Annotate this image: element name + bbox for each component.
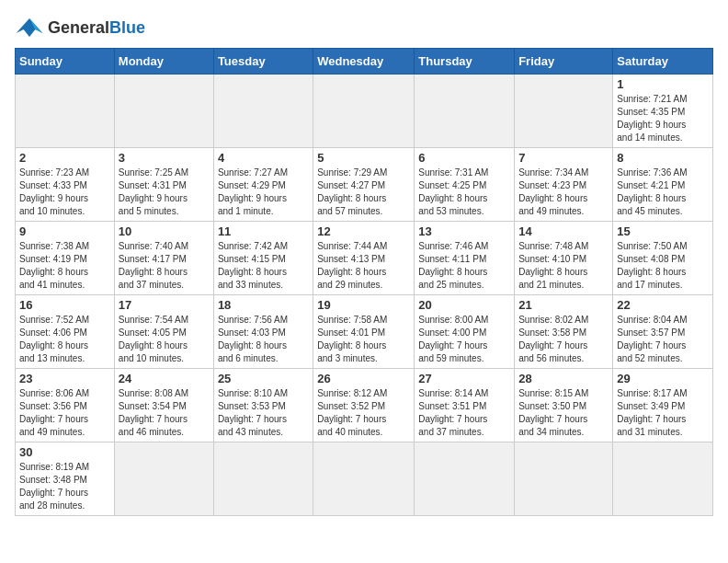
calendar-cell: 18Sunrise: 7:56 AM Sunset: 4:03 PM Dayli… [213, 295, 313, 369]
calendar-cell [114, 75, 213, 148]
calendar-cell: 29Sunrise: 8:17 AM Sunset: 3:49 PM Dayli… [613, 369, 713, 442]
calendar-cell: 9Sunrise: 7:38 AM Sunset: 4:19 PM Daylig… [16, 222, 115, 295]
calendar-cell: 24Sunrise: 8:08 AM Sunset: 3:54 PM Dayli… [114, 369, 213, 442]
calendar-cell: 5Sunrise: 7:29 AM Sunset: 4:27 PM Daylig… [313, 148, 415, 222]
calendar-cell [114, 442, 213, 516]
day-info: Sunrise: 7:50 AM Sunset: 4:08 PM Dayligh… [617, 240, 709, 292]
calendar-cell [415, 442, 515, 516]
day-info: Sunrise: 7:23 AM Sunset: 4:33 PM Dayligh… [19, 167, 110, 218]
calendar-cell [415, 75, 515, 148]
day-number: 5 [317, 151, 410, 165]
day-number: 17 [119, 298, 210, 312]
day-info: Sunrise: 8:12 AM Sunset: 3:52 PM Dayligh… [317, 387, 410, 439]
day-number: 15 [617, 224, 709, 238]
day-number: 20 [418, 298, 510, 312]
day-number: 25 [218, 372, 309, 385]
day-info: Sunrise: 7:34 AM Sunset: 4:23 PM Dayligh… [518, 167, 609, 218]
logo-icon [15, 15, 44, 40]
day-header-saturday: Saturday [613, 49, 713, 75]
day-number: 1 [617, 77, 709, 91]
day-info: Sunrise: 8:04 AM Sunset: 3:57 PM Dayligh… [617, 314, 709, 365]
day-number: 29 [617, 372, 709, 385]
day-info: Sunrise: 8:08 AM Sunset: 3:54 PM Dayligh… [119, 387, 210, 439]
calendar-cell: 16Sunrise: 7:52 AM Sunset: 4:06 PM Dayli… [16, 295, 115, 369]
day-number: 19 [317, 298, 410, 312]
day-number: 30 [19, 445, 110, 459]
calendar-table: SundayMondayTuesdayWednesdayThursdayFrid… [15, 48, 713, 516]
day-number: 22 [617, 298, 709, 312]
day-info: Sunrise: 8:02 AM Sunset: 3:58 PM Dayligh… [518, 314, 609, 365]
logo-text: GeneralBlue [48, 18, 145, 38]
day-number: 7 [518, 151, 609, 165]
day-info: Sunrise: 7:56 AM Sunset: 4:03 PM Dayligh… [218, 314, 309, 365]
day-number: 26 [317, 372, 410, 385]
svg-marker-0 [17, 18, 43, 37]
day-number: 3 [119, 151, 210, 165]
calendar-cell: 6Sunrise: 7:31 AM Sunset: 4:25 PM Daylig… [415, 148, 515, 222]
day-info: Sunrise: 7:29 AM Sunset: 4:27 PM Dayligh… [317, 167, 410, 218]
calendar-cell: 23Sunrise: 8:06 AM Sunset: 3:56 PM Dayli… [16, 369, 115, 442]
days-header-row: SundayMondayTuesdayWednesdayThursdayFrid… [16, 49, 713, 75]
calendar-cell: 3Sunrise: 7:25 AM Sunset: 4:31 PM Daylig… [114, 148, 213, 222]
week-row-1: 2Sunrise: 7:23 AM Sunset: 4:33 PM Daylig… [16, 148, 713, 222]
day-info: Sunrise: 7:40 AM Sunset: 4:17 PM Dayligh… [119, 240, 210, 292]
calendar-cell: 2Sunrise: 7:23 AM Sunset: 4:33 PM Daylig… [16, 148, 115, 222]
day-info: Sunrise: 8:19 AM Sunset: 3:48 PM Dayligh… [19, 461, 110, 512]
calendar-cell: 7Sunrise: 7:34 AM Sunset: 4:23 PM Daylig… [515, 148, 613, 222]
calendar-cell: 28Sunrise: 8:15 AM Sunset: 3:50 PM Dayli… [515, 369, 613, 442]
calendar-cell [613, 442, 713, 516]
day-info: Sunrise: 8:10 AM Sunset: 3:53 PM Dayligh… [218, 387, 309, 439]
day-info: Sunrise: 7:54 AM Sunset: 4:05 PM Dayligh… [119, 314, 210, 365]
page-container: GeneralBlue SundayMondayTuesdayWednesday… [15, 15, 713, 516]
calendar-cell: 8Sunrise: 7:36 AM Sunset: 4:21 PM Daylig… [613, 148, 713, 222]
day-header-tuesday: Tuesday [213, 49, 313, 75]
day-number: 27 [418, 372, 510, 385]
day-header-monday: Monday [114, 49, 213, 75]
calendar-cell: 25Sunrise: 8:10 AM Sunset: 3:53 PM Dayli… [213, 369, 313, 442]
day-number: 23 [19, 372, 110, 385]
calendar-cell [213, 75, 313, 148]
day-info: Sunrise: 7:46 AM Sunset: 4:11 PM Dayligh… [418, 240, 510, 292]
day-info: Sunrise: 7:21 AM Sunset: 4:35 PM Dayligh… [617, 93, 709, 144]
day-info: Sunrise: 8:14 AM Sunset: 3:51 PM Dayligh… [418, 387, 510, 439]
day-info: Sunrise: 8:15 AM Sunset: 3:50 PM Dayligh… [518, 387, 609, 439]
day-number: 13 [418, 224, 510, 238]
calendar-cell: 17Sunrise: 7:54 AM Sunset: 4:05 PM Dayli… [114, 295, 213, 369]
header: GeneralBlue [15, 15, 713, 40]
day-info: Sunrise: 7:38 AM Sunset: 4:19 PM Dayligh… [19, 240, 110, 292]
day-number: 9 [19, 224, 110, 238]
day-number: 6 [418, 151, 510, 165]
week-row-5: 30Sunrise: 8:19 AM Sunset: 3:48 PM Dayli… [16, 442, 713, 516]
calendar-cell: 10Sunrise: 7:40 AM Sunset: 4:17 PM Dayli… [114, 222, 213, 295]
calendar-cell: 21Sunrise: 8:02 AM Sunset: 3:58 PM Dayli… [515, 295, 613, 369]
day-header-wednesday: Wednesday [313, 49, 415, 75]
week-row-4: 23Sunrise: 8:06 AM Sunset: 3:56 PM Dayli… [16, 369, 713, 442]
day-number: 2 [19, 151, 110, 165]
calendar-cell [515, 442, 613, 516]
day-info: Sunrise: 8:06 AM Sunset: 3:56 PM Dayligh… [19, 387, 110, 439]
calendar-cell: 26Sunrise: 8:12 AM Sunset: 3:52 PM Dayli… [313, 369, 415, 442]
day-info: Sunrise: 7:48 AM Sunset: 4:10 PM Dayligh… [518, 240, 609, 292]
calendar-cell [213, 442, 313, 516]
day-number: 18 [218, 298, 309, 312]
calendar-cell: 20Sunrise: 8:00 AM Sunset: 4:00 PM Dayli… [415, 295, 515, 369]
day-info: Sunrise: 7:42 AM Sunset: 4:15 PM Dayligh… [218, 240, 309, 292]
day-number: 24 [119, 372, 210, 385]
week-row-0: 1Sunrise: 7:21 AM Sunset: 4:35 PM Daylig… [16, 75, 713, 148]
calendar-cell [515, 75, 613, 148]
calendar-cell: 12Sunrise: 7:44 AM Sunset: 4:13 PM Dayli… [313, 222, 415, 295]
calendar-cell: 14Sunrise: 7:48 AM Sunset: 4:10 PM Dayli… [515, 222, 613, 295]
day-info: Sunrise: 7:27 AM Sunset: 4:29 PM Dayligh… [218, 167, 309, 218]
day-header-sunday: Sunday [16, 49, 115, 75]
week-row-3: 16Sunrise: 7:52 AM Sunset: 4:06 PM Dayli… [16, 295, 713, 369]
day-number: 11 [218, 224, 309, 238]
day-info: Sunrise: 7:36 AM Sunset: 4:21 PM Dayligh… [617, 167, 709, 218]
calendar-cell: 15Sunrise: 7:50 AM Sunset: 4:08 PM Dayli… [613, 222, 713, 295]
day-info: Sunrise: 7:25 AM Sunset: 4:31 PM Dayligh… [119, 167, 210, 218]
day-info: Sunrise: 7:52 AM Sunset: 4:06 PM Dayligh… [19, 314, 110, 365]
day-info: Sunrise: 7:44 AM Sunset: 4:13 PM Dayligh… [317, 240, 410, 292]
logo: GeneralBlue [15, 15, 145, 40]
calendar-cell [16, 75, 115, 148]
day-header-friday: Friday [515, 49, 613, 75]
calendar-cell: 27Sunrise: 8:14 AM Sunset: 3:51 PM Dayli… [415, 369, 515, 442]
